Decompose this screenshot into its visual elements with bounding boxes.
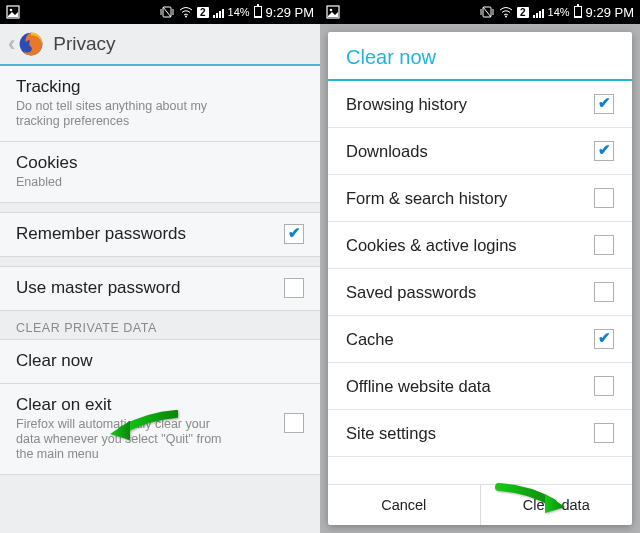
dialog-option[interactable]: Offline website data — [328, 363, 632, 410]
signal-icon — [533, 7, 544, 18]
status-bar: 2 14% 9:29 PM — [320, 0, 640, 24]
back-icon[interactable]: ‹ — [8, 31, 15, 57]
page-title: Privacy — [53, 33, 115, 55]
dialog-option-checkbox[interactable] — [594, 235, 614, 255]
dialog-backdrop: Clear now Browsing historyDownloadsForm … — [320, 24, 640, 533]
svg-line-5 — [163, 7, 171, 17]
dialog-option[interactable]: Saved passwords — [328, 269, 632, 316]
signal-icon — [213, 7, 224, 18]
vibrate-icon — [479, 6, 495, 18]
dialog-option-checkbox[interactable] — [594, 188, 614, 208]
status-time: 9:29 PM — [266, 5, 314, 20]
firefox-logo-icon — [17, 30, 45, 58]
wifi-icon — [499, 7, 513, 18]
dialog-option-checkbox[interactable] — [594, 141, 614, 161]
dialog-option-label: Downloads — [346, 142, 428, 161]
checkbox-clear-on-exit[interactable] — [284, 413, 304, 433]
screen-clear-dialog: 2 14% 9:29 PM Clear now Browsing history… — [320, 0, 640, 533]
dialog-option-checkbox[interactable] — [594, 282, 614, 302]
checkbox-master-password[interactable] — [284, 278, 304, 298]
item-subtitle: Firefox will automatically clear your da… — [16, 417, 236, 462]
spacer — [0, 257, 320, 267]
svg-point-9 — [330, 9, 333, 12]
item-title: Use master password — [16, 278, 180, 298]
item-clear-on-exit[interactable]: Clear on exit Firefox will automatically… — [0, 384, 320, 475]
dialog-option-checkbox[interactable] — [594, 423, 614, 443]
dialog-option[interactable]: Cookies & active logins — [328, 222, 632, 269]
dialog-option[interactable]: Browsing history — [328, 81, 632, 128]
battery-icon — [254, 6, 262, 18]
dialog-buttons: Cancel Clear data — [328, 484, 632, 525]
section-clear-private-data: CLEAR PRIVATE DATA — [0, 311, 320, 340]
item-title: Clear on exit — [16, 395, 236, 415]
item-title: Tracking — [16, 77, 304, 97]
status-bar: 2 14% 9:29 PM — [0, 0, 320, 24]
item-title: Clear now — [16, 351, 304, 371]
dialog-option-label: Saved passwords — [346, 283, 476, 302]
dialog-option-checkbox[interactable] — [594, 376, 614, 396]
dialog-option-label: Cache — [346, 330, 394, 349]
svg-line-13 — [483, 7, 491, 17]
image-placeholder-icon — [6, 5, 20, 19]
dialog-option-list: Browsing historyDownloadsForm & search h… — [328, 81, 632, 484]
svg-point-14 — [505, 15, 507, 17]
dialog-option-checkbox[interactable] — [594, 94, 614, 114]
svg-point-6 — [185, 15, 187, 17]
dialog-option[interactable]: Site settings — [328, 410, 632, 457]
battery-percent: 14% — [228, 6, 250, 18]
app-header: ‹ Privacy — [0, 24, 320, 66]
item-cookies[interactable]: Cookies Enabled — [0, 142, 320, 203]
item-clear-now[interactable]: Clear now — [0, 340, 320, 384]
wifi-icon — [179, 7, 193, 18]
clear-now-dialog: Clear now Browsing historyDownloadsForm … — [328, 32, 632, 525]
item-subtitle: Do not tell sites anything about my trac… — [16, 99, 236, 129]
carrier-badge: 2 — [517, 7, 529, 18]
dialog-option-checkbox[interactable] — [594, 329, 614, 349]
dialog-option[interactable]: Downloads — [328, 128, 632, 175]
clear-data-button[interactable]: Clear data — [480, 485, 633, 525]
status-time: 9:29 PM — [586, 5, 634, 20]
item-title: Remember passwords — [16, 224, 186, 244]
dialog-option-label: Site settings — [346, 424, 436, 443]
item-title: Cookies — [16, 153, 304, 173]
screen-privacy: 2 14% 9:29 PM ‹ Privacy Tracking Do not … — [0, 0, 320, 533]
dialog-option-label: Cookies & active logins — [346, 236, 517, 255]
item-remember-passwords[interactable]: Remember passwords — [0, 213, 320, 257]
dialog-option-label: Form & search history — [346, 189, 507, 208]
item-subtitle: Enabled — [16, 175, 236, 190]
svg-point-1 — [10, 9, 13, 12]
checkbox-remember-passwords[interactable] — [284, 224, 304, 244]
settings-list: Tracking Do not tell sites anything abou… — [0, 66, 320, 533]
image-placeholder-icon — [326, 5, 340, 19]
dialog-option-label: Offline website data — [346, 377, 491, 396]
carrier-badge: 2 — [197, 7, 209, 18]
spacer — [0, 203, 320, 213]
dialog-option[interactable]: Form & search history — [328, 175, 632, 222]
dialog-title: Clear now — [328, 32, 632, 81]
item-master-password[interactable]: Use master password — [0, 267, 320, 311]
battery-icon — [574, 6, 582, 18]
item-tracking[interactable]: Tracking Do not tell sites anything abou… — [0, 66, 320, 142]
dialog-option[interactable]: Cache — [328, 316, 632, 363]
cancel-button[interactable]: Cancel — [328, 485, 480, 525]
battery-percent: 14% — [548, 6, 570, 18]
vibrate-icon — [159, 6, 175, 18]
dialog-option-label: Browsing history — [346, 95, 467, 114]
